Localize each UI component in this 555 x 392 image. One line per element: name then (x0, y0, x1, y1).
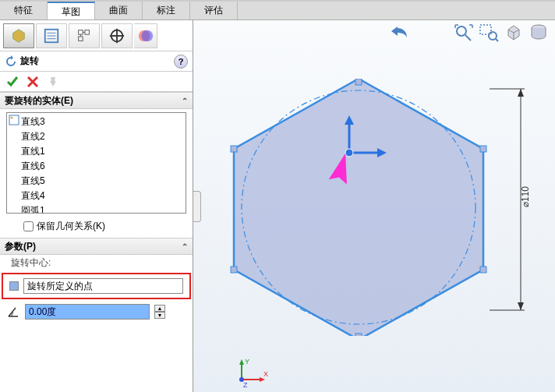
list-item[interactable]: 圆弧1 (21, 203, 184, 214)
svg-rect-14 (9, 115, 19, 125)
angle-row: ▲ ▼ (0, 301, 193, 323)
tab-sketch[interactable]: 草图 (48, 2, 95, 19)
svg-rect-5 (85, 30, 90, 34)
chevron-up-icon[interactable]: ⌃ (182, 97, 188, 105)
undo-button[interactable] (390, 23, 408, 39)
angle-spin-up[interactable]: ▲ (154, 305, 165, 312)
svg-rect-24 (355, 79, 362, 85)
cursor-arrow (326, 153, 357, 200)
tab-evaluate[interactable]: 评估 (190, 2, 238, 19)
display-style-icon[interactable] (528, 23, 549, 42)
view-orientation-icon[interactable] (504, 23, 524, 42)
svg-rect-26 (480, 267, 486, 273)
config-tab[interactable] (69, 23, 100, 48)
tab-annotate[interactable]: 标注 (143, 2, 190, 19)
svg-rect-25 (480, 146, 486, 152)
highlight-callout (2, 273, 191, 299)
entities-label: 要旋转的实体(E) (5, 94, 73, 108)
svg-point-15 (11, 117, 13, 119)
entity-selector-icon (9, 115, 19, 125)
entities-section-header[interactable]: 要旋转的实体(E) ⌃ (0, 92, 193, 109)
params-label: 参数(P) (5, 240, 36, 253)
svg-marker-40 (518, 302, 524, 310)
property-tab[interactable] (36, 23, 67, 48)
list-item[interactable]: 直线5 (21, 174, 184, 189)
dimxpert-tab[interactable] (101, 23, 133, 48)
list-item[interactable]: 直线3 (21, 115, 184, 129)
help-icon[interactable]: ? (174, 55, 188, 69)
angle-input[interactable] (25, 304, 150, 320)
cancel-button[interactable] (27, 76, 39, 88)
tab-feature[interactable]: 特征 (0, 2, 48, 19)
orientation-triad[interactable]: Y X Z (232, 358, 271, 389)
point-selector-icon (9, 281, 19, 291)
confirm-row (0, 72, 193, 92)
svg-point-13 (141, 30, 153, 41)
view-toolbar (454, 23, 549, 42)
svg-text:⌀110: ⌀110 (520, 186, 531, 207)
svg-marker-35 (329, 153, 355, 184)
list-item[interactable]: 直线4 (21, 189, 184, 203)
svg-rect-4 (79, 30, 83, 34)
command-title-bar: 旋转 ? (0, 51, 193, 72)
feature-tree-tab[interactable] (3, 23, 34, 48)
pin-button[interactable] (47, 76, 59, 88)
list-item[interactable]: 直线1 (21, 144, 184, 159)
rotation-center-label: 旋转中心: (0, 255, 193, 271)
appearance-tab[interactable] (134, 23, 157, 48)
tab-surface[interactable]: 曲面 (95, 2, 143, 19)
diameter-dimension[interactable]: ⌀110 (490, 83, 536, 316)
svg-point-16 (457, 26, 466, 36)
svg-text:X: X (263, 370, 268, 378)
svg-line-20 (496, 39, 498, 41)
feature-tabs: 特征 草图 曲面 标注 评估 (0, 2, 555, 20)
entities-list[interactable]: 直线3 直线2 直线1 直线6 直线5 直线4 圆弧1 (6, 112, 186, 214)
zoom-area-icon[interactable] (479, 23, 499, 42)
command-title: 旋转 (20, 55, 39, 68)
svg-text:Y: Y (245, 358, 249, 366)
svg-rect-29 (231, 146, 237, 152)
list-item[interactable]: 直线6 (21, 159, 184, 174)
list-item[interactable]: 直线2 (21, 129, 184, 144)
keep-relations-row: 保留几何关系(K) (0, 217, 193, 238)
zoom-fit-icon[interactable] (454, 23, 474, 42)
rotate-icon (5, 55, 17, 68)
svg-marker-43 (239, 359, 244, 365)
panel-tabs (0, 20, 193, 51)
svg-rect-27 (355, 334, 362, 336)
angle-spin-down[interactable]: ▼ (154, 312, 165, 319)
graphics-viewport[interactable]: ⌀110 Y X Z (193, 20, 555, 392)
rotation-point-input[interactable] (23, 278, 183, 294)
params-section-header[interactable]: 参数(P) ⌃ (0, 238, 193, 255)
svg-marker-39 (518, 89, 524, 97)
svg-rect-6 (79, 36, 83, 40)
angle-icon (6, 305, 20, 319)
svg-text:Z: Z (243, 381, 248, 389)
svg-point-19 (489, 32, 497, 40)
svg-line-17 (465, 35, 471, 41)
ok-button[interactable] (6, 76, 19, 88)
svg-marker-31 (345, 115, 354, 125)
svg-marker-33 (377, 148, 387, 157)
chevron-up-icon[interactable]: ⌃ (182, 242, 188, 251)
panel-collapse-handle[interactable] (193, 191, 201, 222)
property-panel: 旋转 ? 要旋转的实体(E) ⌃ 直线3 直线2 直线1 直线6 直线5 直线4… (0, 20, 193, 392)
svg-rect-28 (231, 267, 237, 273)
keep-relations-checkbox[interactable] (23, 221, 34, 231)
keep-relations-label: 保留几何关系(K) (37, 220, 105, 233)
